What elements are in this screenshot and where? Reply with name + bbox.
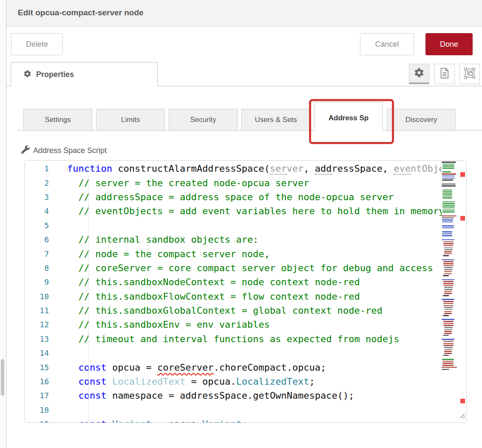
address-space-script-label: Address Space Script: [21, 145, 107, 156]
error-marker[interactable]: [460, 216, 465, 221]
code-text: // eventObjects = add event variables he…: [49, 206, 444, 216]
appearance-button[interactable]: [459, 64, 480, 84]
code-line: 1function constructAlarmAddressSpace(ser…: [25, 162, 466, 176]
code-line: 14: [25, 346, 466, 360]
error-marker[interactable]: [460, 172, 465, 177]
code-line: 9 // this.sandboxNodeContext = node cont…: [25, 275, 466, 289]
code-text: function constructAlarmAddressSpace(serv…: [49, 163, 467, 174]
code-line: 4 // eventObjects = add event variables …: [25, 204, 466, 218]
code-text: const opcua = coreServer.choreCompact.op…: [49, 362, 326, 373]
line-number: 18: [25, 405, 49, 414]
code-line: 5: [25, 218, 466, 233]
code-line: 15 const opcua = coreServer.choreCompact…: [25, 360, 466, 374]
tab-limits[interactable]: Limits: [96, 109, 165, 131]
section-label-text: Address Space Script: [33, 146, 107, 155]
code-line: 10 // this.sandboxFlowContext = flow con…: [25, 289, 466, 303]
code-line: 16 const LocalizedText = opcua.Localized…: [25, 374, 466, 388]
tab-users-sets[interactable]: Users & Sets: [241, 109, 310, 131]
line-number: 11: [25, 306, 49, 315]
code-text: // this.sandboxGlobalContext = global co…: [49, 305, 383, 316]
description-button[interactable]: [434, 64, 455, 84]
code-line: 18: [25, 403, 466, 417]
line-number: 14: [25, 349, 49, 357]
code-line: 17 const namespace = addressSpace.getOwn…: [25, 388, 466, 403]
cancel-button[interactable]: Cancel: [360, 33, 414, 55]
code-text: const namespace = addressSpace.getOwnNam…: [49, 390, 354, 401]
line-number: 6: [25, 235, 49, 244]
code-line: 11 // this.sandboxGlobalContext = global…: [25, 303, 466, 318]
line-number: 19: [25, 420, 49, 423]
tab-security[interactable]: Security: [169, 109, 238, 131]
code-line: 3 // addressSpace = address space of the…: [25, 190, 466, 204]
code-line: 13 // timeout and interval functions as …: [25, 332, 466, 346]
line-number: 5: [25, 221, 49, 230]
properties-tab-label: Properties: [36, 70, 74, 79]
line-number: 1: [25, 164, 49, 173]
monaco-code-editor[interactable]: 1function constructAlarmAddressSpace(ser…: [24, 160, 467, 423]
gear-icon: [414, 68, 424, 79]
appearance-icon: [464, 68, 475, 80]
node-tabs: SettingsLimitsSecurityUsers & SetsAddres…: [23, 102, 459, 131]
code-text: // server = the created node-opcua serve…: [49, 178, 309, 188]
line-number: 12: [25, 320, 49, 329]
minimap[interactable]: [442, 162, 458, 422]
tab-address-sp[interactable]: Address Sp: [314, 102, 383, 131]
code-lines: 1function constructAlarmAddressSpace(ser…: [25, 162, 466, 423]
line-number: 15: [25, 363, 49, 372]
code-text: // node = the compact server node,: [49, 249, 270, 259]
code-line: 2 // server = the created node-opcua ser…: [25, 176, 466, 190]
line-number: 16: [25, 377, 49, 386]
code-text: // coreServer = core compact server obje…: [49, 263, 433, 273]
tray-left-border: [6, 0, 6, 448]
line-number: 2: [25, 179, 49, 187]
line-number: 10: [25, 292, 49, 301]
code-line: 8 // coreServer = core compact server ob…: [25, 261, 466, 275]
code-line: 19 const Variant = opcua.Variant;: [25, 417, 466, 423]
wrench-icon: [21, 145, 33, 156]
code-text: // timeout and interval functions as exp…: [49, 334, 399, 344]
code-text: // this.sandboxFlowContext = flow contex…: [49, 291, 360, 302]
tab-settings[interactable]: Settings: [23, 109, 92, 131]
line-number: 3: [25, 193, 49, 201]
code-text: // internal sandbox objects are:: [49, 234, 258, 245]
code-text: // this.sandboxNodeContext = node contex…: [49, 277, 360, 287]
code-line: 12 // this.sandboxEnv = env variables: [25, 318, 466, 332]
code-text: // this.sandboxEnv = env variables: [49, 319, 270, 330]
dialog-header: Edit opcua-compact-server node: [6, 0, 482, 27]
indent-guide: [88, 176, 89, 422]
error-marker[interactable]: [460, 399, 465, 403]
delete-button[interactable]: Delete: [11, 33, 63, 55]
line-number: 8: [25, 264, 49, 272]
tab-discovery[interactable]: Discovery: [387, 109, 456, 131]
line-number: 13: [25, 335, 49, 343]
code-text: // addressSpace = address space of the n…: [49, 192, 394, 202]
document-icon: [440, 68, 449, 80]
tab-properties[interactable]: Properties: [11, 62, 158, 86]
code-text: const Variant = opcua.Variant;: [49, 419, 247, 423]
code-line: 6 // internal sandbox objects are:: [25, 233, 466, 247]
overview-ruler[interactable]: [458, 161, 466, 422]
line-number: 7: [25, 250, 49, 258]
edit-node-dialog: Edit opcua-compact-server node Delete Ca…: [0, 0, 482, 448]
line-number: 4: [25, 207, 49, 215]
properties-gear-button[interactable]: [409, 64, 429, 84]
dialog-title: Edit opcua-compact-server node: [18, 8, 144, 17]
line-number: 9: [25, 278, 49, 286]
line-number: 17: [25, 391, 49, 400]
code-line: 7 // node = the compact server node,: [25, 247, 466, 261]
tray-scrollbar-thumb[interactable]: [1, 359, 4, 396]
done-button[interactable]: Done: [425, 33, 473, 55]
gear-icon: [24, 70, 36, 79]
